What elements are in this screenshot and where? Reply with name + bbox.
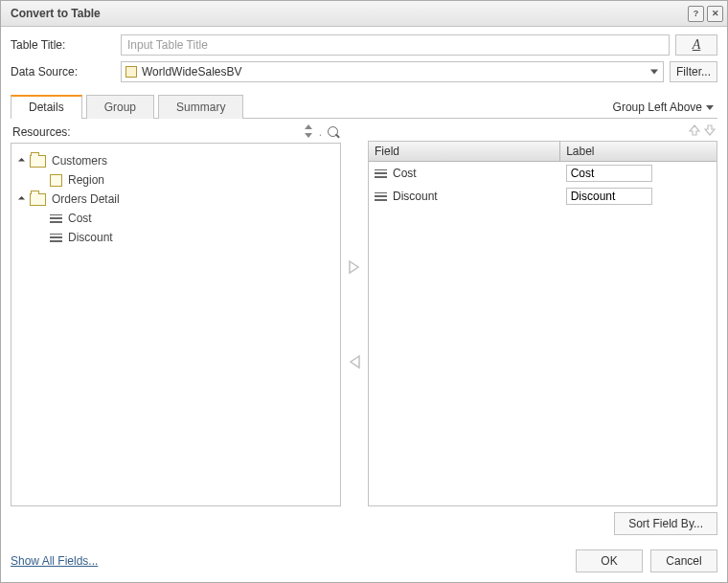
- ok-button[interactable]: OK: [576, 549, 643, 572]
- tab-group[interactable]: Group: [86, 95, 154, 119]
- move-down-button[interactable]: [704, 124, 716, 138]
- tree-leaf-cost[interactable]: Cost: [17, 209, 334, 228]
- chevron-down-icon: [650, 70, 658, 75]
- measure-icon: [375, 191, 387, 202]
- group-layout-dropdown[interactable]: Group Left Above: [613, 101, 717, 118]
- data-source-label: Data Source:: [11, 65, 121, 78]
- close-button[interactable]: ✕: [707, 6, 723, 22]
- font-style-button[interactable]: A: [675, 34, 717, 56]
- table-title-input[interactable]: [121, 34, 670, 56]
- field-column-header[interactable]: Field: [369, 142, 560, 162]
- tree-node-orders-detail[interactable]: Orders Detail: [17, 190, 334, 209]
- label-input[interactable]: [566, 188, 652, 205]
- dialog-title: Convert to Table: [11, 7, 101, 20]
- search-icon[interactable]: [328, 126, 339, 138]
- resources-header: Resources: .: [11, 124, 341, 143]
- fields-reorder-controls: [368, 124, 717, 141]
- selected-fields-panel: Field Label Cost: [368, 141, 717, 506]
- measure-icon: [50, 233, 62, 243]
- convert-to-table-dialog: Convert to Table ? ✕ Table Title: A Data…: [0, 0, 728, 583]
- table-row[interactable]: Cost: [369, 162, 717, 186]
- tree-leaf-discount[interactable]: Discount: [17, 228, 334, 247]
- tab-summary[interactable]: Summary: [158, 95, 243, 119]
- resources-label: Resources:: [12, 125, 71, 139]
- resources-tree[interactable]: Customers Region Orders Detail Cost: [11, 143, 341, 506]
- data-source-combo[interactable]: WorldWideSalesBV: [121, 61, 664, 82]
- measure-icon: [50, 213, 62, 224]
- transfer-controls: [341, 124, 368, 506]
- move-up-button[interactable]: [689, 124, 700, 138]
- filter-button[interactable]: Filter...: [670, 61, 717, 82]
- collapse-icon[interactable]: [18, 157, 25, 164]
- label-input[interactable]: [566, 165, 652, 182]
- chevron-down-icon: [706, 105, 714, 110]
- font-style-icon: A: [693, 37, 701, 53]
- table-title-label: Table Title:: [11, 38, 121, 52]
- fields-table: Field Label Cost: [369, 142, 717, 208]
- measure-icon: [375, 168, 387, 179]
- cancel-button[interactable]: Cancel: [650, 549, 717, 572]
- sort-toggle-icon[interactable]: [304, 124, 313, 140]
- tree-leaf-region[interactable]: Region: [17, 170, 334, 190]
- show-all-fields-link[interactable]: Show All Fields...: [11, 554, 98, 568]
- datasource-icon: [125, 66, 137, 78]
- folder-icon: [30, 193, 46, 206]
- collapse-icon[interactable]: [18, 195, 25, 202]
- tree-node-customers[interactable]: Customers: [17, 151, 334, 170]
- help-button[interactable]: ?: [688, 6, 704, 22]
- data-source-value: WorldWideSalesBV: [142, 65, 241, 78]
- folder-icon: [30, 155, 46, 168]
- remove-field-button[interactable]: [346, 354, 363, 372]
- sort-field-by-button[interactable]: Sort Field By...: [614, 512, 717, 535]
- tab-bar: Details Group Summary Group Left Above: [11, 94, 717, 119]
- titlebar: Convert to Table ? ✕: [1, 1, 727, 27]
- tab-details[interactable]: Details: [11, 95, 82, 119]
- label-column-header[interactable]: Label: [560, 142, 717, 162]
- add-field-button[interactable]: [346, 259, 363, 278]
- table-row[interactable]: Discount: [369, 185, 717, 208]
- dimension-icon: [50, 174, 62, 187]
- group-layout-label: Group Left Above: [613, 101, 702, 114]
